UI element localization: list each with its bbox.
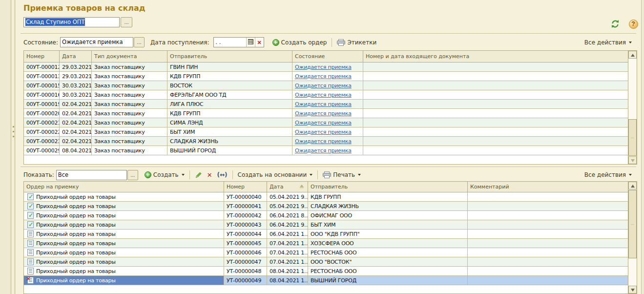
orders-table-row[interactable]: 00УТ-00001229.03.2021Заказ поставщикуГВИ… — [24, 63, 628, 72]
receipts-scrollbar[interactable] — [628, 182, 637, 294]
labels-button[interactable]: Этикетки — [334, 38, 379, 47]
state-link[interactable]: Ожидается приемка — [295, 138, 352, 145]
orders-scrollbar[interactable] — [628, 51, 637, 164]
state-filter-select-button[interactable]: ... — [134, 37, 145, 47]
document-type: Заказ поставщику — [92, 72, 167, 81]
state-link[interactable]: Ожидается приемка — [295, 64, 352, 70]
orders-table-row[interactable]: 00УТ-00001630.03.2021Заказ поставщикуФЕР… — [24, 90, 628, 100]
document-type: Заказ поставщику — [92, 109, 167, 118]
orders-table-row[interactable]: 00УТ-00002302.04.2021Заказ поставщикуСЛА… — [24, 137, 628, 146]
receipt-order-cell: Приходный ордер на товары — [24, 239, 224, 248]
column-header-state[interactable]: Состояние — [292, 51, 363, 62]
date-picker-button[interactable] — [246, 38, 255, 47]
receipt-order-name: Приходный ордер на товары — [36, 212, 116, 219]
orders-table-body: 00УТ-00001229.03.2021Заказ поставщикуГВИ… — [24, 63, 628, 164]
state-filter-input[interactable]: Ожидается приемка — [60, 37, 133, 47]
state-link[interactable]: Ожидается приемка — [295, 129, 352, 135]
column-header-order[interactable]: Ордер на приемку — [24, 182, 224, 192]
state-filter-label: Состояние: — [23, 39, 58, 46]
receipts-table-row[interactable]: Приходный ордер на товарыУТ-0000004306.0… — [24, 220, 628, 230]
date-filter-input[interactable]: . . — [214, 38, 246, 47]
delete-button[interactable]: ✕ — [205, 170, 215, 180]
edit-button[interactable] — [192, 170, 205, 180]
state-cell: Ожидается приемка — [292, 127, 363, 136]
create-based-on-button[interactable]: Создать на основании — [235, 170, 315, 179]
state-link[interactable]: Ожидается приемка — [295, 73, 352, 80]
receipt-date: 05.04.2021 9… — [267, 202, 308, 210]
order-number: 00УТ-000015 — [24, 81, 60, 90]
orders-table-row[interactable]: 00УТ-00001530.03.2021Заказ поставщикуВОС… — [24, 81, 628, 90]
scrollbar-thumb[interactable] — [628, 190, 637, 258]
set-interval-button[interactable]: (↔) — [215, 170, 230, 179]
receipts-table-row[interactable]: Приходный ордер на товарыУТ-0000004707.0… — [24, 257, 628, 267]
state-link[interactable]: Ожидается приемка — [295, 147, 352, 154]
show-filter-label: Показать: — [23, 171, 54, 178]
receipt-sender: ХОЗСФЕРА ООО — [308, 239, 468, 248]
create-button[interactable]: + Создать — [142, 170, 187, 179]
orders-table-row[interactable]: 00УТ-00001902.04.2021Заказ поставщикуЛИГ… — [24, 100, 628, 109]
scroll-down-button[interactable] — [628, 156, 637, 164]
column-header-doctype[interactable]: Тип документа — [92, 51, 167, 62]
receipts-table-row[interactable]: Приходный ордер на товарыУТ-0000004908.0… — [24, 276, 628, 285]
column-header-comment[interactable]: Комментарий — [468, 182, 637, 192]
receipt-sender: КДВ ГРУПП — [308, 192, 468, 201]
vertical-splitter[interactable] — [11, 0, 15, 294]
sender: КДВ ГРУПП — [167, 72, 292, 81]
arrow-up-icon — [631, 54, 635, 57]
orders-table-row[interactable]: 00УТ-00001329.03.2021Заказ поставщикуКДВ… — [24, 72, 628, 81]
column-header-sender[interactable]: Отправитель — [308, 182, 468, 192]
scroll-up-button[interactable] — [628, 182, 637, 189]
receipts-table-header: Ордер на приемку Номер Дата Отправитель … — [24, 182, 637, 192]
state-link[interactable]: Ожидается приемка — [295, 110, 352, 117]
column-header-sender[interactable]: Отправитель — [167, 51, 292, 62]
receipt-order-name: Приходный ордер на товары — [36, 222, 116, 228]
receipts-table-row[interactable]: Приходный ордер на товарыУТ-0000004808.0… — [24, 267, 628, 276]
sender: КДВ ГРУПП — [167, 109, 292, 118]
warehouse-select-button[interactable]: ... — [121, 17, 132, 27]
create-order-button[interactable]: + Создать ордер — [270, 38, 330, 47]
sender: СИМА ЛЭНД — [167, 118, 292, 127]
receipts-table-row[interactable]: Приходный ордер на товарыУТ-0000004507.0… — [24, 239, 628, 248]
receipts-table-row[interactable]: Приходный ордер на товарыУТ-0000004105.0… — [24, 202, 628, 211]
receipt-date: 08.04.2021 1… — [267, 267, 308, 275]
refresh-button[interactable] — [610, 19, 621, 29]
column-header-date[interactable]: Дата — [60, 51, 92, 62]
state-link[interactable]: Ожидается приемка — [295, 83, 352, 89]
receipts-table-row[interactable]: Приходный ордер на товарыУТ-0000004406.0… — [24, 230, 628, 239]
scroll-up-button[interactable] — [628, 51, 637, 59]
document-type: Заказ поставщику — [92, 90, 167, 99]
receipt-sender: ОФИСМАГ ООО — [308, 211, 468, 220]
toolbar-separator — [317, 170, 318, 179]
warehouse-input[interactable]: Склад Ступино ОПТ — [23, 17, 120, 27]
state-link[interactable]: Ожидается приемка — [295, 92, 352, 98]
date-filter-label: Дата поступления: — [150, 39, 209, 46]
show-filter-select-button[interactable]: ... — [127, 170, 138, 180]
receipt-comment — [468, 239, 628, 248]
receipts-table-row[interactable]: Приходный ордер на товарыУТ-0000004005.0… — [24, 192, 628, 202]
orders-all-actions-button[interactable]: Все действия — [582, 38, 634, 47]
column-header-incoming[interactable]: Номер и дата входящего документа — [363, 51, 637, 62]
state-cell: Ожидается приемка — [292, 90, 363, 99]
column-header-number[interactable]: Номер — [24, 51, 60, 62]
written-document-icon — [27, 249, 34, 256]
state-link[interactable]: Ожидается приемка — [295, 120, 352, 126]
orders-table-row[interactable]: 00УТ-00002202.04.2021Заказ поставщикуБЫТ… — [24, 127, 628, 137]
receipts-all-actions-button[interactable]: Все действия — [582, 170, 634, 179]
orders-table-row[interactable]: 00УТ-00002002.04.2021Заказ поставщикуКДВ… — [24, 109, 628, 118]
date-clear-button[interactable]: ✕ — [255, 38, 264, 47]
column-header-date[interactable]: Дата — [267, 182, 308, 192]
posted-document-icon — [27, 203, 34, 210]
scrollbar-thumb[interactable] — [628, 119, 637, 156]
receipts-table-row[interactable]: Приходный ордер на товарыУТ-0000004206.0… — [24, 211, 628, 220]
receipts-table-row[interactable]: Приходный ордер на товарыУТ-0000004607.0… — [24, 248, 628, 257]
receipt-comment — [468, 248, 628, 257]
scroll-down-button[interactable] — [628, 286, 637, 294]
state-cell: Ожидается приемка — [292, 146, 363, 155]
column-header-number[interactable]: Номер — [224, 182, 267, 192]
state-link[interactable]: Ожидается приемка — [295, 101, 352, 107]
show-filter-input[interactable]: Все — [56, 170, 127, 180]
help-button[interactable]: ? — [628, 19, 639, 29]
print-button[interactable]: Печать — [320, 170, 363, 179]
orders-table-row[interactable]: 00УТ-00002102.04.2021Заказ поставщикуСИМ… — [24, 118, 628, 127]
orders-table-row[interactable]: 00УТ-00002908.04.2021Заказ поставщикуВЫШ… — [24, 146, 628, 155]
